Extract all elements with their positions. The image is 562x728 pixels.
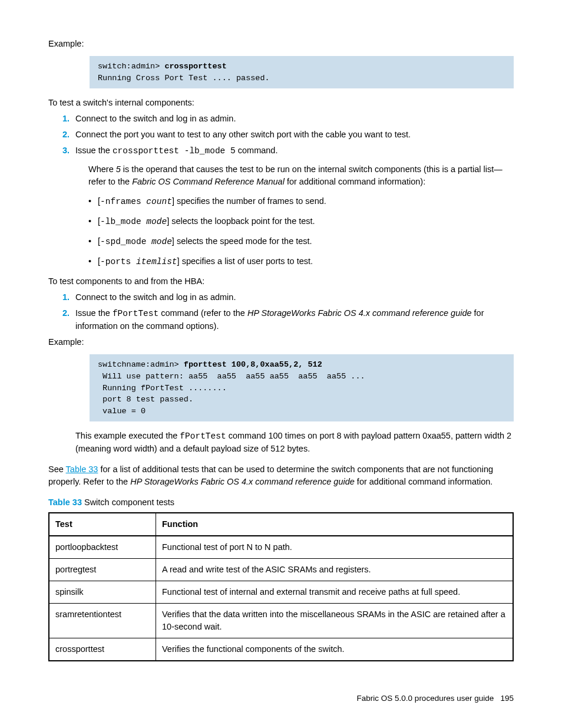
option-ports: [-ports itemlist] specifies a list of us… — [88, 255, 514, 268]
label-example-1: Example: — [48, 38, 514, 50]
step-number: 1. — [62, 113, 70, 125]
col-header-test: Test — [49, 513, 156, 536]
footer-title: Fabric OS 5.0.0 procedures user guide — [357, 694, 494, 703]
cell-function: Functional test of port N to N path. — [156, 536, 514, 559]
code-block-1: switch:admin> crossporttest Running Cros… — [90, 56, 514, 88]
cell-test: crossporttest — [49, 638, 156, 661]
step-number: 3. — [62, 144, 70, 157]
footer-page-number: 195 — [500, 694, 514, 703]
table-row: spinsilk Functional test of internal and… — [49, 581, 513, 604]
table-switch-component-tests: Test Function portloopbacktest Functiona… — [48, 512, 514, 661]
step-3: 3. Issue the crossporttest -lb_mode 5 co… — [62, 144, 514, 268]
code-block-2: switchname:admin> fporttest 100,8,0xaa55… — [90, 354, 514, 421]
label-example-2: Example: — [48, 336, 514, 348]
steps-hba: 1.Connect to the switch and log in as ad… — [62, 291, 514, 332]
option-spd-mode: [-spd_mode mode] selects the speed mode … — [88, 235, 514, 248]
code-prompt: switchname:admin> — [98, 360, 184, 369]
cell-test: sramretentiontest — [49, 604, 156, 638]
cell-function: A read and write test of the ASIC SRAMs … — [156, 559, 514, 581]
step-number: 1. — [62, 291, 70, 304]
code-command: crossporttest — [164, 62, 226, 71]
step-number: 2. — [62, 307, 70, 319]
table-caption-text: Switch component tests — [82, 498, 174, 507]
cell-function: Verifies that the data written into the … — [156, 604, 514, 638]
option-list: [-nframes count] specifies the number of… — [88, 195, 514, 268]
page-footer: Fabric OS 5.0.0 procedures user guide 19… — [357, 693, 514, 704]
option-lb-mode: [-lb_mode mode] selects the loopback poi… — [88, 215, 514, 228]
table-caption-label: Table 33 — [48, 498, 82, 507]
option-nframes: [-nframes count] specifies the number of… — [88, 195, 514, 208]
code-prompt: switch:admin> — [98, 62, 164, 71]
cell-test: portloopbacktest — [49, 536, 156, 559]
intro-test-internal: To test a switch's internal components: — [48, 97, 514, 109]
code-command: fporttest 100,8,0xaa55,2, 512 — [184, 360, 322, 369]
cell-test: portregtest — [49, 559, 156, 581]
table-row: portloopbacktest Functional test of port… — [49, 536, 513, 559]
para-after-code2: This example executed the fPortTest comm… — [75, 430, 514, 455]
step-text: Connect to the switch and log in as admi… — [75, 292, 236, 302]
para-see-table: See Table 33 for a list of additional te… — [48, 463, 514, 488]
step-text: Connect to the switch and log in as admi… — [75, 114, 236, 123]
link-table-33[interactable]: Table 33 — [66, 465, 98, 474]
step-1: 1.Connect to the switch and log in as ad… — [62, 113, 514, 125]
intro-test-hba: To test components to and from the HBA: — [48, 275, 514, 288]
table-caption: Table 33 Switch component tests — [48, 496, 514, 509]
cell-function: Functional test of internal and external… — [156, 581, 514, 604]
code-output: Will use pattern: aa55 aa55 aa55 aa55 aa… — [98, 372, 365, 416]
col-header-function: Function — [156, 513, 514, 536]
step-1: 1.Connect to the switch and log in as ad… — [62, 291, 514, 304]
step-text: Issue the crossporttest -lb_mode 5 comma… — [75, 146, 277, 155]
step-text: Connect the port you want to test to any… — [75, 130, 411, 139]
cell-test: spinsilk — [49, 581, 156, 604]
table-row: portregtest A read and write test of the… — [49, 559, 513, 581]
step-sub-para: Where 5 is the operand that causes the t… — [88, 163, 514, 188]
cell-function: Verifies the functional components of th… — [156, 638, 514, 661]
code-output: Running Cross Port Test .... passed. — [98, 74, 270, 83]
step-text: Issue the fPortTest command (refer to th… — [75, 308, 484, 331]
table-row: crossporttest Verifies the functional co… — [49, 638, 513, 661]
steps-internal: 1.Connect to the switch and log in as ad… — [62, 113, 514, 268]
step-number: 2. — [62, 129, 70, 141]
step-2: 2.Connect the port you want to test to a… — [62, 129, 514, 141]
table-row: sramretentiontest Verifies that the data… — [49, 604, 513, 638]
step-2: 2. Issue the fPortTest command (refer to… — [62, 307, 514, 332]
